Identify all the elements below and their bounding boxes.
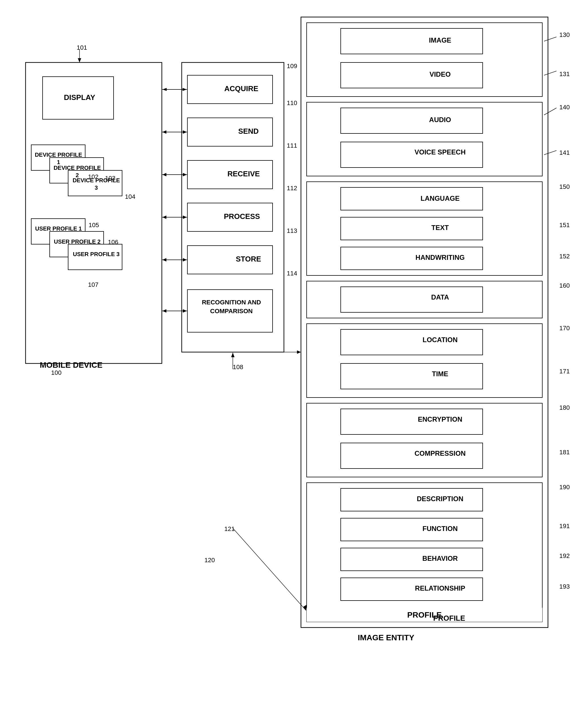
language-label: LANGUAGE <box>395 194 485 202</box>
compression-label: COMPRESSION <box>395 450 485 457</box>
audio-label: AUDIO <box>395 116 485 124</box>
recog-label: RECOGNITION AND COMPARISON <box>190 298 273 316</box>
display-label: DISPLAY <box>64 93 95 102</box>
acquire-label: ACQUIRE <box>213 84 270 93</box>
svg-marker-72 <box>231 353 235 357</box>
svg-rect-55 <box>307 403 542 477</box>
ref-100: 100 <box>51 369 62 376</box>
ref-152: 152 <box>559 253 570 260</box>
svg-rect-39 <box>301 17 548 627</box>
ref-151: 151 <box>559 221 570 229</box>
time-label: TIME <box>395 370 485 378</box>
svg-rect-43 <box>307 102 542 176</box>
ref-190: 190 <box>559 483 570 491</box>
mobile-device-label: MOBILE DEVICE <box>40 361 103 370</box>
ref-191: 191 <box>559 522 570 530</box>
ref-131: 131 <box>559 70 570 78</box>
svg-rect-58 <box>307 483 542 622</box>
image-label: IMAGE <box>395 36 485 44</box>
svg-rect-52 <box>307 324 542 397</box>
user-profile-1-label: USER PROFILE 1 <box>35 225 82 232</box>
ref-193: 193 <box>559 583 570 590</box>
svg-marker-22 <box>162 130 166 134</box>
ref-141: 141 <box>559 149 570 156</box>
ref-171: 171 <box>559 368 570 375</box>
device-profile-1-label: DEVICE PROFILE 1 <box>35 151 82 166</box>
device-profile-3-label: DEVICE PROFILE 3 <box>72 177 120 191</box>
ref-150: 150 <box>559 183 570 191</box>
ref-110: 110 <box>287 100 297 107</box>
svg-marker-2 <box>78 58 81 63</box>
svg-marker-30 <box>162 216 166 219</box>
receive-label: RECEIVE <box>215 170 272 178</box>
ref-121: 121 <box>224 525 235 533</box>
location-label: LOCATION <box>395 336 485 344</box>
svg-marker-26 <box>162 173 166 176</box>
svg-marker-32 <box>183 258 187 261</box>
svg-marker-20 <box>183 130 187 134</box>
ref-180: 180 <box>559 404 570 411</box>
ref-107: 107 <box>88 281 99 288</box>
image-entity-label: IMAGE ENTITY <box>358 633 414 642</box>
svg-marker-34 <box>162 258 166 261</box>
svg-marker-24 <box>183 173 187 176</box>
svg-line-69 <box>544 108 557 115</box>
ref-101: 101 <box>77 44 87 51</box>
handwriting-label: HANDWRITING <box>395 254 485 261</box>
ref-114: 114 <box>287 270 297 277</box>
data-label: DATA <box>395 293 485 301</box>
ref-130: 130 <box>559 31 570 39</box>
profile-label: PROFILE <box>364 614 534 623</box>
function-label: FUNCTION <box>395 525 485 533</box>
svg-marker-74 <box>303 605 307 610</box>
ref-170: 170 <box>559 325 570 332</box>
behavior-label: BEHAVIOR <box>395 555 485 562</box>
encryption-label: ENCRYPTION <box>395 415 485 423</box>
ref-109: 109 <box>287 63 297 70</box>
send-label: SEND <box>220 127 277 136</box>
ref-181: 181 <box>559 449 570 456</box>
process-label: PROCESS <box>214 212 270 221</box>
ref-105: 105 <box>89 221 99 229</box>
svg-marker-38 <box>162 309 166 313</box>
video-label: VIDEO <box>395 70 485 78</box>
description-label: DESCRIPTION <box>395 495 485 503</box>
relationship-label: RELATIONSHIP <box>395 584 485 592</box>
ref-104: 104 <box>125 193 135 200</box>
svg-line-67 <box>544 37 557 41</box>
ref-106: 106 <box>108 238 118 246</box>
svg-line-70 <box>544 150 557 155</box>
ref-120: 120 <box>204 557 215 564</box>
ref-160: 160 <box>559 282 570 289</box>
svg-marker-36 <box>183 309 187 313</box>
svg-rect-40 <box>307 23 542 96</box>
text-label: TEXT <box>395 224 485 232</box>
svg-marker-28 <box>183 216 187 219</box>
user-profile-3-label: USER PROFILE 3 <box>72 251 120 258</box>
ref-192: 192 <box>559 552 570 560</box>
svg-line-68 <box>544 71 557 75</box>
svg-marker-66 <box>297 350 301 354</box>
ref-108: 108 <box>233 363 243 371</box>
ref-112: 112 <box>287 185 297 192</box>
svg-rect-0 <box>25 63 162 363</box>
ref-140: 140 <box>559 104 570 111</box>
svg-line-73 <box>233 528 306 610</box>
user-profile-2-label: USER PROFILE 2 <box>53 238 101 245</box>
ref-111: 111 <box>287 142 297 149</box>
store-label: STORE <box>220 255 277 263</box>
voice-speech-label: VOICE SPEECH <box>395 148 485 156</box>
ref-113: 113 <box>287 227 297 235</box>
